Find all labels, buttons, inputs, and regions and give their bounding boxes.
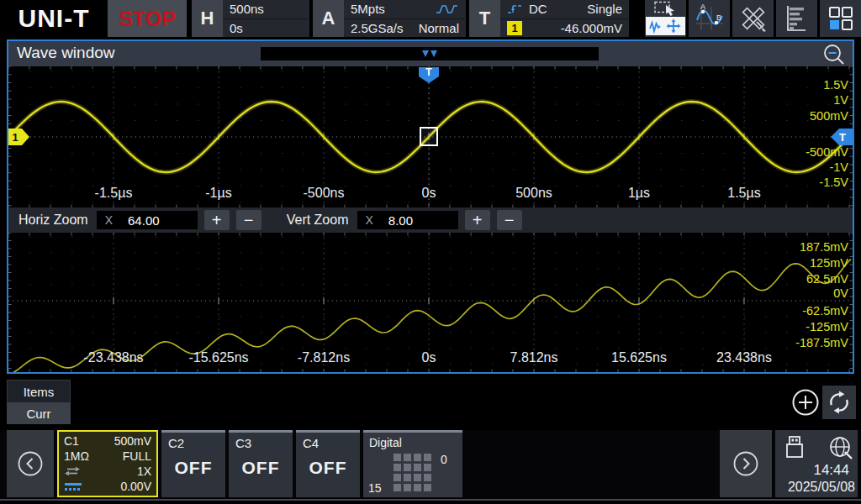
trigger-source-badge: 1 xyxy=(507,21,522,35)
measure-tools-button[interactable] xyxy=(732,0,774,37)
main-waveform-plot: T1T -1.5µs-1µs-500ns0s500ns1µs1.5µs1.5V1… xyxy=(8,66,853,207)
trigger-coupling-value: DC xyxy=(529,2,547,16)
cursor-ab-icon: A B xyxy=(695,3,725,34)
refresh-button[interactable] xyxy=(822,386,856,419)
refresh-icon xyxy=(827,390,852,415)
x-tick-label: 500ns xyxy=(515,186,552,201)
y-tick-label: -62.5mV xyxy=(802,304,848,318)
selection-mode-button[interactable] xyxy=(645,0,686,37)
horiz-zoom-label: Horiz Zoom xyxy=(18,213,88,228)
ch1-offset: 0.00V xyxy=(120,480,151,493)
ch4-name: C4 xyxy=(303,436,360,450)
channel-2-card[interactable]: C2 OFF xyxy=(161,430,225,497)
ch3-state: OFF xyxy=(229,458,293,478)
y-tick-label: 62.5mV xyxy=(806,272,848,286)
x-tick-label: 15.625ns xyxy=(611,350,667,365)
x-tick-label: 23.438ns xyxy=(716,350,772,365)
timebase-value: 500ns xyxy=(230,2,264,16)
horizontal-key-label: H xyxy=(192,0,223,37)
y-tick-label: -1V xyxy=(829,160,848,174)
svg-text:T: T xyxy=(839,131,846,144)
trigger-settings-block[interactable]: T DC Single 1 -46.000mV xyxy=(469,0,629,37)
channel-bar: C1 500mV 1MΩ FULL 1X 0.00V xyxy=(0,430,861,499)
bar-list-icon xyxy=(783,4,811,33)
digital-channels-card[interactable]: Digital 0 15 xyxy=(363,430,462,497)
horiz-zoom-input[interactable]: X 64.00 xyxy=(97,211,198,229)
digital-channel-cell xyxy=(394,474,401,481)
y-tick-label: -187.5mV xyxy=(795,336,848,349)
add-item-button[interactable] xyxy=(791,388,820,417)
channel-4-card[interactable]: C4 OFF xyxy=(296,430,360,497)
vert-zoom-label: Vert Zoom xyxy=(287,213,349,228)
zoom-out-icon[interactable] xyxy=(822,43,846,66)
ruler-pencil-icon xyxy=(738,3,769,34)
digital-channel-cell xyxy=(424,464,431,471)
cursor-measure-button[interactable]: A B xyxy=(689,0,730,37)
y-tick-label: 0V xyxy=(833,286,848,300)
channel-1-card[interactable]: C1 500mV 1MΩ FULL 1X 0.00V xyxy=(57,430,158,497)
memory-depth-value: 5Mpts xyxy=(351,2,385,16)
scroll-position-marker-icon xyxy=(421,50,438,58)
horizontal-position-scrollbar[interactable] xyxy=(261,47,599,60)
x-tick-label: -23.438ns xyxy=(83,350,143,365)
horiz-zoom-increase-button[interactable]: + xyxy=(204,210,230,230)
run-stop-button[interactable]: STOP xyxy=(108,0,187,37)
vert-zoom-increase-button[interactable]: + xyxy=(465,210,490,230)
vert-zoom-decrease-button[interactable]: − xyxy=(497,210,522,230)
svg-text:B: B xyxy=(716,13,721,22)
select-rect-icon xyxy=(654,1,677,16)
digital-channel-cell xyxy=(404,474,411,481)
channel-3-card[interactable]: C3 OFF xyxy=(229,430,293,497)
statistics-list-button[interactable] xyxy=(776,0,817,37)
quick-tool-buttons: A B xyxy=(645,0,861,37)
digital-channel-cell xyxy=(414,464,421,471)
ch1-scale: 500mV xyxy=(114,434,151,448)
digital-channel-cell xyxy=(424,454,431,461)
invert-arrows-icon xyxy=(64,466,81,476)
dc-coupling-icon xyxy=(64,482,82,491)
digital-channel-cell xyxy=(404,464,411,471)
zoom-region-box[interactable] xyxy=(420,128,437,145)
top-status-bar: UNI-T STOP H 500ns 0s A 5Mpts 2.5GSa/ xyxy=(0,0,861,37)
clock-date: 2025/05/08 xyxy=(788,480,855,495)
digital-channel-cell xyxy=(394,454,401,461)
items-button[interactable]: Items xyxy=(7,380,71,402)
sample-rate-value: 2.5GSa/s xyxy=(351,21,404,35)
wave-window-title: Wave window xyxy=(17,44,115,62)
ch1-impedance: 1MΩ xyxy=(64,449,89,463)
curr-button[interactable]: Curr xyxy=(7,402,71,424)
y-tick-label: -125mV xyxy=(806,320,848,333)
svg-text:T: T xyxy=(425,66,432,78)
horiz-zoom-decrease-button[interactable]: − xyxy=(236,210,261,230)
zoom-toolbar: Horiz Zoom X 64.00 + − Vert Zoom X 8.00 … xyxy=(8,207,853,233)
vert-zoom-value: 8.00 xyxy=(388,213,413,228)
x-tick-label: 1.5µs xyxy=(727,186,760,201)
acquire-key-label: A xyxy=(313,0,344,37)
x-tick-label: -15.625ns xyxy=(188,350,248,365)
digital-channel-cell xyxy=(414,474,421,481)
acquire-settings-block[interactable]: A 5Mpts 2.5GSa/s Normal xyxy=(313,0,466,37)
wave-move-icon xyxy=(648,18,684,34)
display-layout-button[interactable] xyxy=(820,0,861,37)
x-tick-label: -1.5µs xyxy=(95,186,133,201)
ch1-name: C1 xyxy=(64,434,79,448)
chevron-left-icon xyxy=(17,450,44,477)
wave-window-titlebar: Wave window xyxy=(8,41,853,66)
chevron-right-icon xyxy=(732,450,759,477)
x-tick-label: -1µs xyxy=(205,186,231,201)
ch3-name: C3 xyxy=(235,436,293,450)
wave-window: Wave window T1T -1.5µs-1µs-500ns0s500ns1… xyxy=(7,39,854,374)
system-status-panel[interactable]: 14:44 2025/05/08 xyxy=(775,430,858,497)
digital-channel-cell xyxy=(394,484,401,491)
ch1-bandwidth: FULL xyxy=(123,449,151,463)
digital-channel-cell xyxy=(414,484,421,491)
vert-zoom-input[interactable]: X 8.00 xyxy=(357,211,458,229)
window-grid-icon xyxy=(827,4,855,33)
trigger-edge-icon xyxy=(507,3,524,15)
digital-channel-cell xyxy=(424,484,431,491)
x-tick-label: -7.812ns xyxy=(298,350,350,365)
x-tick-label: 7.812ns xyxy=(510,350,558,365)
channel-bar-scroll-right[interactable] xyxy=(720,430,772,497)
horizontal-settings-block[interactable]: H 500ns 0s xyxy=(192,0,309,37)
channel-bar-scroll-left[interactable] xyxy=(7,430,54,497)
